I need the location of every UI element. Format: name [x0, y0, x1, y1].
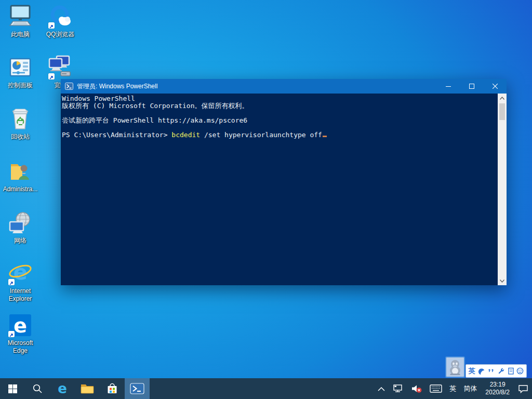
ime-language-mode-button[interactable]: 英 — [469, 366, 475, 376]
desktop-icon-label: Microsoft Edge — [0, 339, 41, 355]
chevron-up-icon — [500, 97, 504, 100]
control-panel-icon — [8, 55, 33, 80]
command-args: /set hypervisorlaunchtype off — [200, 131, 322, 139]
tray-volume-muted-button[interactable] — [407, 378, 426, 399]
powershell-icon — [130, 382, 144, 395]
windows-logo-icon — [8, 384, 17, 393]
desktop-icon-internet-explorer[interactable]: e Internet Explorer — [0, 261, 41, 303]
search-icon — [33, 384, 42, 393]
console-scrollbar[interactable] — [498, 94, 507, 285]
desktop-icon-qq-browser[interactable]: QQ浏览器 — [40, 4, 81, 38]
shortcut-arrow-icon — [8, 331, 15, 337]
shortcut-arrow-icon — [48, 73, 55, 79]
taskbar: e — [0, 378, 532, 399]
close-icon — [493, 84, 498, 89]
scroll-down-button[interactable] — [498, 276, 507, 285]
powershell-window: 管理员: Windows PowerShell Windows PowerShe… — [61, 79, 507, 285]
keyboard-icon — [430, 384, 442, 393]
action-center-button[interactable] — [514, 378, 532, 399]
desktop-icon-label: 回收站 — [0, 133, 41, 141]
action-center-icon — [518, 384, 528, 393]
desktop-icon-microsoft-edge[interactable]: e Microsoft Edge — [0, 313, 41, 355]
svg-text:e: e — [14, 314, 27, 337]
desktop-icon-recycle-bin[interactable]: 回收站 — [0, 107, 41, 141]
qq-browser-icon — [48, 4, 73, 29]
ime-fullwidth-moon-icon[interactable] — [477, 367, 485, 375]
qq-penguin-icon — [448, 360, 462, 375]
ime-wrench-icon[interactable] — [497, 367, 504, 375]
microsoft-store-icon — [106, 382, 118, 395]
close-button[interactable] — [483, 79, 507, 94]
system-tray: 英 简体 23:19 2020/8/2 — [374, 378, 532, 399]
svg-text:e: e — [13, 261, 27, 284]
scroll-up-button[interactable] — [498, 94, 507, 102]
desktop-icon-admin-folder[interactable]: Administra... — [0, 159, 41, 193]
minimize-icon — [446, 84, 451, 89]
text-cursor — [323, 136, 327, 137]
desktop-icon-label: Administra... — [0, 185, 41, 193]
tray-show-hidden-button[interactable] — [374, 378, 389, 399]
tray-ime-scheme[interactable]: 简体 — [460, 378, 481, 399]
desktop-icon-label: 控制面板 — [0, 82, 41, 89]
taskbar-file-explorer-button[interactable] — [75, 378, 100, 399]
desktop-icon-label: QQ浏览器 — [40, 31, 81, 38]
shortcut-arrow-icon — [48, 22, 55, 29]
maximize-button[interactable] — [460, 79, 483, 94]
typed-command: bcdedit — [171, 131, 200, 139]
desktop-icon-label: 网络 — [0, 237, 41, 245]
desktop-icon-network[interactable]: 网络 — [0, 210, 41, 245]
taskbar-edge-button[interactable]: e — [50, 378, 75, 399]
powershell-icon — [65, 82, 73, 90]
tray-touch-keyboard-button[interactable] — [426, 378, 446, 399]
desktop-icon-control-panel[interactable]: 控制面板 — [0, 55, 41, 89]
this-pc-icon — [8, 4, 33, 29]
ime-emoji-smiley-icon[interactable] — [516, 367, 524, 375]
recycle-bin-icon — [8, 107, 33, 131]
network-icon — [8, 210, 33, 235]
desktop-icon-this-pc[interactable]: 此电脑 — [0, 4, 41, 38]
prompt-prefix: PS C:\Users\Administrator> — [62, 131, 171, 139]
speaker-muted-icon — [411, 384, 422, 393]
clock-time: 23:19 — [490, 381, 506, 389]
console-output[interactable]: Windows PowerShell 版权所有 (C) Microsoft Co… — [61, 94, 507, 285]
minimize-button[interactable] — [436, 79, 460, 94]
svg-text:e: e — [58, 382, 67, 395]
user-folder-icon — [8, 159, 33, 184]
broadband-icon — [48, 55, 73, 80]
search-button[interactable] — [25, 378, 50, 399]
scrollbar-thumb[interactable] — [499, 103, 505, 120]
ethernet-network-icon — [392, 384, 404, 393]
taskbar-powershell-button[interactable] — [125, 378, 150, 399]
clock-date: 2020/8/2 — [485, 389, 510, 396]
ime-handwriting-panel-icon[interactable] — [507, 367, 514, 375]
file-explorer-icon — [81, 383, 94, 394]
console-prompt-line: PS C:\Users\Administrator> bcdedit /set … — [62, 131, 496, 139]
ime-toolbar: 英 — [466, 364, 527, 378]
desktop-icon-label: Internet Explorer — [0, 287, 41, 303]
chevron-up-icon — [378, 387, 385, 391]
chevron-down-icon — [500, 280, 504, 283]
maximize-icon — [469, 84, 474, 89]
console-line: Windows PowerShell — [62, 95, 496, 102]
start-button[interactable] — [0, 378, 25, 399]
internet-explorer-icon: e — [8, 261, 33, 286]
window-title: 管理员: Windows PowerShell — [77, 82, 436, 91]
edge-icon: e — [56, 382, 69, 395]
taskbar-store-button[interactable] — [100, 378, 125, 399]
microsoft-edge-icon: e — [8, 313, 33, 338]
qq-tray-float[interactable] — [445, 356, 465, 378]
tray-network-button[interactable] — [389, 378, 407, 399]
console-line: 版权所有 (C) Microsoft Corporation。保留所有权利。 — [62, 102, 496, 110]
tray-clock[interactable]: 23:19 2020/8/2 — [481, 378, 514, 399]
window-titlebar[interactable]: 管理员: Windows PowerShell — [61, 79, 507, 94]
console-line: 尝试新的跨平台 PowerShell https://aka.ms/pscore… — [62, 117, 496, 124]
shortcut-arrow-icon — [8, 279, 15, 285]
ime-punctuation-icon[interactable] — [487, 367, 495, 375]
desktop-icon-label: 此电脑 — [0, 31, 41, 38]
tray-language-indicator[interactable]: 英 — [446, 378, 460, 399]
